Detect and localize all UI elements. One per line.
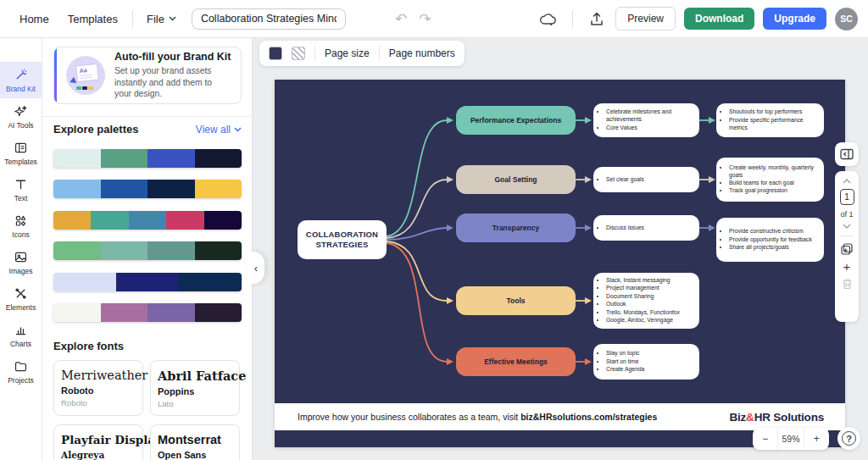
mind-map: COLLABORATION STRATEGIES Performance Exp…: [275, 80, 845, 403]
palette-row[interactable]: [53, 180, 242, 198]
projects-icon: [14, 359, 28, 374]
brand-kit-illustration: Aa: [66, 56, 105, 95]
page-toolbar: Page size Page numbers: [259, 41, 465, 66]
branch-node[interactable]: Performance Expectations: [456, 106, 576, 135]
sidebar-item-text[interactable]: Text: [0, 171, 42, 208]
zoom-bar: − 59% +: [753, 428, 829, 450]
sidebar-item-templates[interactable]: Templates: [0, 135, 42, 171]
branch-node[interactable]: Effective Meetings: [456, 347, 576, 376]
brand-kit-card[interactable]: Aa Auto-fill your Brand Kit Set up your …: [53, 47, 242, 104]
undo-redo-group: ↶ ↷: [395, 10, 431, 28]
zoom-level[interactable]: 59%: [777, 428, 803, 450]
detail-node[interactable]: Slack, Instant messaging Project managem…: [593, 273, 699, 329]
page-size-button[interactable]: Page size: [325, 47, 370, 59]
cloud-sync-icon[interactable]: [538, 8, 559, 29]
zoom-out-button[interactable]: −: [753, 428, 777, 450]
zoom-in-button[interactable]: +: [804, 428, 829, 450]
palette-row[interactable]: [53, 149, 242, 168]
upgrade-button[interactable]: Upgrade: [763, 8, 826, 30]
font-pair-card[interactable]: Abril Fatface Poppins Lato: [150, 360, 240, 416]
top-bar: Home Templates File ↶ ↷ Preview Download…: [0, 0, 868, 38]
branch-node[interactable]: Transparency: [456, 213, 576, 242]
sidebar-item-ai-tools[interactable]: AI Tools: [0, 98, 42, 135]
charts-icon: [14, 323, 28, 337]
panel-collapse-handle[interactable]: ‹: [248, 252, 264, 284]
document-title-input[interactable]: [192, 8, 346, 30]
avatar[interactable]: SC: [835, 8, 858, 30]
ai-tools-icon: [14, 104, 28, 119]
central-node[interactable]: COLLABORATION STRATEGIES: [298, 220, 387, 259]
palette-swatch: [53, 180, 101, 198]
chevron-down-icon: [234, 127, 242, 132]
duplicate-page-icon[interactable]: [841, 243, 853, 255]
branch-node[interactable]: Goal Setting: [456, 165, 576, 194]
branch-node[interactable]: Tools: [456, 286, 576, 315]
palette-swatch: [195, 303, 242, 322]
sidebar-item-icons[interactable]: Icons: [0, 208, 42, 244]
palette-swatch: [195, 180, 242, 198]
download-button[interactable]: Download: [684, 8, 754, 30]
brand-kit-panel: Aa Auto-fill your Brand Kit Set up your …: [42, 38, 253, 460]
elements-icon: [14, 286, 28, 301]
arrowhead: [709, 176, 715, 183]
detail-node[interactable]: Provide constructive criticism Provide o…: [716, 218, 824, 262]
palette-swatch: [147, 180, 195, 198]
font-pair-card[interactable]: Montserrat Open Sans: [150, 424, 240, 460]
sidebar-item-images[interactable]: Images: [0, 244, 42, 280]
font-pair-card[interactable]: Merriweather Roboto Roboto: [53, 360, 143, 416]
canvas-area: Page size Page numbers: [253, 38, 868, 460]
brand-card-description: Set up your brand assets instantly and a…: [114, 65, 226, 101]
page-number-box[interactable]: 1: [840, 189, 854, 205]
detail-node[interactable]: Set clear goals: [593, 167, 699, 192]
trash-icon[interactable]: [842, 278, 853, 290]
detail-node[interactable]: Create weekly, monthly, quarterly goals …: [716, 158, 824, 202]
detail-node[interactable]: Stay on topic Start on time Create Agend…: [593, 344, 699, 380]
connector-branch-4: [387, 243, 447, 362]
chevron-up-icon[interactable]: [843, 179, 851, 184]
palette-row[interactable]: [53, 303, 242, 322]
palette-row[interactable]: [53, 241, 242, 260]
brand-kit-icon: [14, 68, 28, 82]
divider: [379, 46, 380, 61]
sidebar-item-projects[interactable]: Projects: [0, 353, 42, 390]
page-footer: Improve how your business collaborates a…: [275, 403, 845, 430]
file-menu[interactable]: File: [138, 13, 185, 25]
detail-node[interactable]: Discuss issues: [593, 215, 699, 241]
sidebar-item-brand-kit[interactable]: Brand Kit: [0, 62, 42, 98]
nav-templates[interactable]: Templates: [58, 13, 127, 25]
redo-icon[interactable]: ↷: [419, 10, 431, 28]
page-numbers-button[interactable]: Page numbers: [389, 47, 455, 59]
palette-swatch: [53, 211, 91, 230]
arrowhead: [585, 176, 592, 183]
chevron-down-icon[interactable]: [843, 224, 851, 229]
palette-swatch: [179, 273, 242, 291]
view-all-link[interactable]: View all: [196, 124, 242, 136]
nav-home[interactable]: Home: [10, 13, 58, 25]
palette-row[interactable]: [53, 273, 242, 291]
detail-node[interactable]: Shoutouts for top performersProvide spec…: [716, 103, 824, 137]
font-pair-card[interactable]: Playfair Display Alegreya: [53, 424, 143, 460]
palette-swatch: [195, 149, 242, 168]
question-mark-icon: ?: [842, 431, 856, 446]
arrowhead: [585, 117, 592, 124]
design-page[interactable]: COLLABORATION STRATEGIES Performance Exp…: [275, 80, 845, 447]
add-page-button[interactable]: +: [843, 260, 851, 273]
pattern-swatch[interactable]: [292, 47, 305, 60]
palette-swatch: [129, 211, 166, 230]
palette-row[interactable]: [53, 211, 242, 230]
detail-node[interactable]: Celebrate milestones and achievementsCor…: [593, 103, 699, 137]
help-button[interactable]: ?: [837, 427, 860, 450]
page-background-swatch[interactable]: [269, 47, 282, 60]
preview-button[interactable]: Preview: [615, 7, 676, 30]
sidebar-item-elements[interactable]: Elements: [0, 280, 42, 317]
palette-swatch: [53, 273, 116, 291]
divider: [840, 236, 854, 236]
undo-icon[interactable]: ↶: [395, 10, 407, 28]
sidebar-item-charts[interactable]: Charts: [0, 317, 42, 353]
palette-swatch: [116, 273, 179, 291]
palette-swatch: [91, 211, 128, 230]
share-upload-icon[interactable]: [587, 8, 607, 29]
connector-branch-0: [387, 120, 447, 236]
brand-card-title: Auto-fill your Brand Kit: [114, 51, 231, 63]
collapse-sidebar-button[interactable]: [835, 142, 859, 166]
